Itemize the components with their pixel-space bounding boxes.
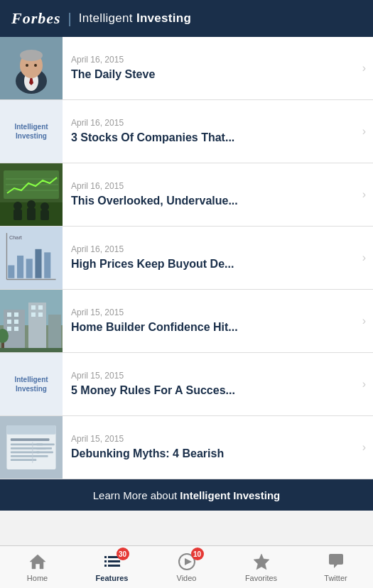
article-item[interactable]: April 15, 2015 Debunking Myths: 4 Bearis… — [0, 416, 373, 479]
chevron-right-icon: › — [362, 378, 366, 391]
header-subtitle: Intelligent Investing — [79, 11, 191, 26]
tab-video[interactable]: 10 Video — [149, 546, 224, 588]
chevron-right-icon: › — [362, 251, 366, 264]
svg-rect-36 — [7, 327, 11, 331]
svg-rect-41 — [31, 312, 36, 317]
article-title: The Daily Steve — [71, 67, 350, 82]
chevron-right-icon: › — [362, 125, 366, 138]
svg-rect-37 — [14, 327, 18, 331]
svg-rect-65 — [104, 565, 107, 567]
article-thumbnail: IntelligentInvesting — [0, 353, 63, 415]
article-title: 3 Stocks Of Companies That... — [71, 131, 350, 145]
brand-name: Forbes — [11, 9, 61, 28]
article-item[interactable]: April 15, 2015 Home Builder Confidence H… — [0, 290, 373, 353]
svg-rect-49 — [6, 425, 55, 435]
article-date: April 16, 2015 — [71, 118, 350, 128]
tab-label: Features — [96, 574, 129, 582]
article-title: Debunking Myths: 4 Bearish — [71, 447, 350, 461]
star-icon — [252, 552, 271, 572]
svg-rect-63 — [104, 560, 107, 562]
svg-rect-58 — [36, 447, 52, 450]
article-thumbnail — [0, 163, 63, 226]
article-date: April 16, 2015 — [71, 55, 350, 65]
article-item[interactable]: Chart April 16, 2015 High Prices Keep Bu… — [0, 227, 373, 290]
tab-label: Video — [177, 574, 197, 582]
list-icon: 30 — [102, 552, 122, 572]
article-date: April 15, 2015 — [71, 371, 350, 381]
svg-rect-35 — [14, 320, 18, 324]
svg-rect-66 — [108, 565, 120, 567]
svg-rect-23 — [26, 258, 33, 278]
article-title: High Prices Keep Buyout De... — [71, 257, 350, 271]
article-thumbnail: Chart — [0, 227, 63, 289]
svg-rect-64 — [108, 560, 120, 562]
svg-point-5 — [20, 50, 43, 61]
svg-rect-22 — [17, 256, 23, 278]
article-date: April 16, 2015 — [71, 181, 350, 191]
svg-text:Chart: Chart — [9, 234, 22, 241]
tab-label: Favorites — [245, 574, 277, 582]
svg-point-7 — [34, 64, 37, 67]
article-title: This Overlooked, Undervalue... — [71, 194, 350, 208]
header-divider: | — [68, 11, 72, 27]
svg-rect-59 — [36, 451, 53, 453]
svg-rect-53 — [11, 451, 40, 453]
learn-more-banner[interactable]: Learn More about Intelligent Investing — [0, 479, 373, 511]
svg-rect-17 — [27, 208, 36, 220]
article-content: April 16, 2015 High Prices Keep Buyout D… — [63, 239, 373, 277]
article-item[interactable]: IntelligentInvesting April 16, 2015 3 St… — [0, 100, 373, 163]
svg-point-18 — [40, 202, 49, 211]
article-thumbnail — [0, 37, 63, 99]
tab-bar: Home 30 Features 10 Video — [0, 545, 373, 588]
chat-icon — [326, 552, 346, 572]
chevron-right-icon: › — [362, 188, 366, 201]
article-date: April 16, 2015 — [71, 244, 350, 254]
banner-text: Learn More about Intelligent Investing — [93, 489, 280, 501]
article-date: April 15, 2015 — [71, 307, 350, 317]
svg-point-14 — [13, 202, 22, 210]
tab-features[interactable]: 30 Features — [75, 546, 149, 588]
svg-rect-21 — [8, 266, 14, 278]
article-title: Home Builder Confidence Hit... — [71, 320, 350, 334]
article-content: April 15, 2015 5 Money Rules For A Succe… — [63, 365, 373, 403]
article-title: 5 Money Rules For A Succes... — [71, 383, 350, 398]
svg-rect-33 — [14, 312, 18, 317]
svg-marker-68 — [185, 558, 192, 565]
svg-rect-34 — [7, 320, 11, 324]
svg-rect-57 — [36, 444, 54, 446]
article-item[interactable]: April 16, 2015 This Overlooked, Underval… — [0, 163, 373, 227]
article-content: April 15, 2015 Home Builder Confidence H… — [63, 302, 373, 340]
svg-point-6 — [26, 64, 28, 67]
features-badge: 30 — [117, 548, 129, 560]
svg-rect-32 — [7, 312, 11, 317]
article-content: April 15, 2015 Debunking Myths: 4 Bearis… — [63, 428, 373, 467]
article-date: April 15, 2015 — [71, 434, 350, 444]
tab-twitter[interactable]: Twitter — [298, 546, 373, 588]
tab-favorites[interactable]: Favorites — [224, 546, 298, 588]
article-thumbnail — [0, 290, 63, 352]
play-icon: 10 — [177, 552, 197, 572]
article-item[interactable]: IntelligentInvesting April 15, 2015 5 Mo… — [0, 353, 373, 416]
svg-rect-46 — [0, 348, 63, 352]
svg-marker-60 — [30, 555, 45, 569]
article-item[interactable]: April 16, 2015 The Daily Steve › — [0, 37, 373, 100]
article-thumbnail — [0, 416, 63, 479]
svg-point-16 — [27, 200, 36, 209]
article-content: April 16, 2015 3 Stocks Of Companies Tha… — [63, 112, 373, 151]
chevron-right-icon: › — [362, 441, 366, 454]
svg-rect-61 — [104, 556, 107, 558]
chevron-right-icon: › — [362, 62, 366, 75]
svg-rect-15 — [13, 209, 22, 220]
app-header: Forbes | Intelligent Investing — [0, 0, 373, 37]
svg-rect-19 — [40, 210, 49, 220]
svg-rect-38 — [28, 303, 46, 352]
chevron-right-icon: › — [362, 315, 366, 327]
svg-rect-40 — [38, 305, 43, 310]
svg-rect-54 — [11, 455, 48, 457]
svg-rect-42 — [38, 312, 43, 317]
tab-home[interactable]: Home — [0, 546, 75, 588]
home-icon — [28, 552, 48, 572]
svg-rect-43 — [48, 315, 61, 352]
svg-rect-24 — [35, 249, 41, 278]
svg-rect-39 — [31, 305, 36, 310]
